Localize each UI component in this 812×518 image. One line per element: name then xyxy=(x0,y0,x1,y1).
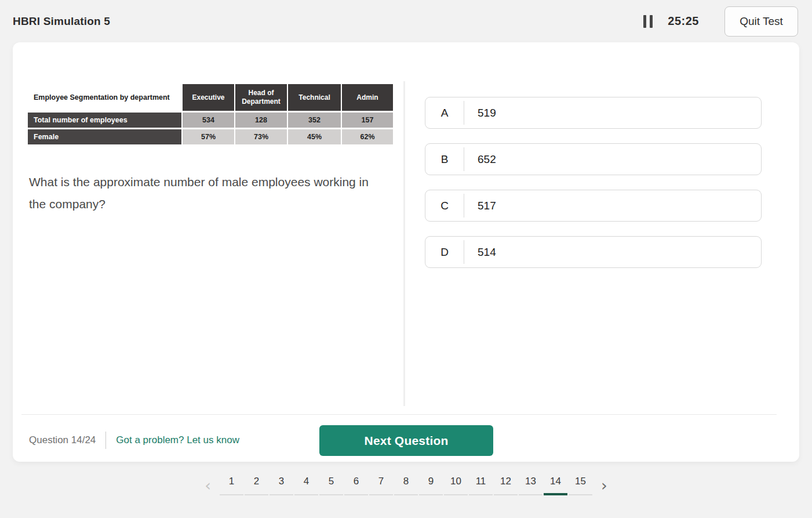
page-number-4[interactable]: 4 xyxy=(294,476,318,495)
answer-letter: A xyxy=(425,107,464,119)
answer-letter: C xyxy=(425,200,464,212)
answer-option-d[interactable]: D 514 xyxy=(425,236,762,268)
answer-letter: D xyxy=(425,246,464,259)
table-title: Employee Segmentation by department xyxy=(28,84,181,111)
header-right: 25:25 Quit Test xyxy=(643,6,798,37)
table-cell: 534 xyxy=(183,113,234,128)
page-number-15[interactable]: 15 xyxy=(569,476,592,495)
timer: 25:25 xyxy=(668,15,699,28)
pause-button[interactable] xyxy=(643,15,653,28)
pagination: ‹ 1 2 3 4 5 6 7 8 9 10 11 12 13 14 15 › xyxy=(0,476,812,495)
page-number-1[interactable]: 1 xyxy=(220,476,243,495)
page-number-14-current[interactable]: 14 xyxy=(544,476,567,495)
table-column-header: Admin xyxy=(342,84,393,111)
header: HBRI Simulation 5 25:25 Quit Test xyxy=(0,0,812,42)
table-column-header: Executive xyxy=(183,84,234,111)
page-number-13[interactable]: 13 xyxy=(519,476,542,495)
answer-option-a[interactable]: A 519 xyxy=(425,97,762,129)
report-problem-link[interactable]: Got a problem? Let us know xyxy=(116,434,239,446)
pause-icon xyxy=(643,15,646,28)
page-number-5[interactable]: 5 xyxy=(319,476,343,495)
footer-divider xyxy=(21,414,777,415)
next-question-button[interactable]: Next Question xyxy=(319,425,493,456)
table-cell: 73% xyxy=(235,129,287,144)
answer-letter: B xyxy=(425,153,464,166)
table-row-label: Female xyxy=(28,129,181,144)
table-column-header: Head of Department xyxy=(235,84,287,111)
answer-option-b[interactable]: B 652 xyxy=(425,143,762,175)
answer-value: 517 xyxy=(464,200,496,212)
content-divider xyxy=(403,81,405,406)
question-progress: Question 14/24 xyxy=(29,434,96,446)
answer-value: 652 xyxy=(464,153,496,166)
question-text: What is the approximate number of male e… xyxy=(29,171,383,215)
answer-option-c[interactable]: C 517 xyxy=(425,190,762,222)
page-title: HBRI Simulation 5 xyxy=(13,15,110,28)
answer-value: 519 xyxy=(464,107,496,119)
pause-icon xyxy=(650,15,653,28)
prev-page-icon[interactable]: ‹ xyxy=(200,477,216,494)
table-column-header: Technical xyxy=(288,84,341,111)
question-card: Employee Segmentation by department Exec… xyxy=(13,42,799,462)
page-number-9[interactable]: 9 xyxy=(419,476,443,495)
page-number-2[interactable]: 2 xyxy=(245,476,268,495)
footer-separator xyxy=(105,432,106,449)
page-number-7[interactable]: 7 xyxy=(369,476,393,495)
page-number-11[interactable]: 11 xyxy=(469,476,493,495)
table-cell: 128 xyxy=(235,113,287,128)
next-page-icon[interactable]: › xyxy=(596,477,612,494)
table-cell: 45% xyxy=(288,129,341,144)
table-cell: 157 xyxy=(342,113,393,128)
answer-list: A 519 B 652 C 517 D 514 xyxy=(425,97,762,282)
footer-left: Question 14/24 Got a problem? Let us kno… xyxy=(29,425,239,455)
quit-test-button[interactable]: Quit Test xyxy=(724,6,798,37)
page-number-6[interactable]: 6 xyxy=(344,476,368,495)
page-number-10[interactable]: 10 xyxy=(444,476,468,495)
page-number-8[interactable]: 8 xyxy=(394,476,418,495)
table-cell: 352 xyxy=(288,113,341,128)
table-cell: 62% xyxy=(342,129,393,144)
answer-value: 514 xyxy=(464,246,496,259)
table-cell: 57% xyxy=(183,129,234,144)
stimulus-table: Employee Segmentation by department Exec… xyxy=(28,84,392,144)
table-row-label: Total number of employees xyxy=(28,113,181,128)
page-number-12[interactable]: 12 xyxy=(494,476,518,495)
page-number-3[interactable]: 3 xyxy=(270,476,293,495)
